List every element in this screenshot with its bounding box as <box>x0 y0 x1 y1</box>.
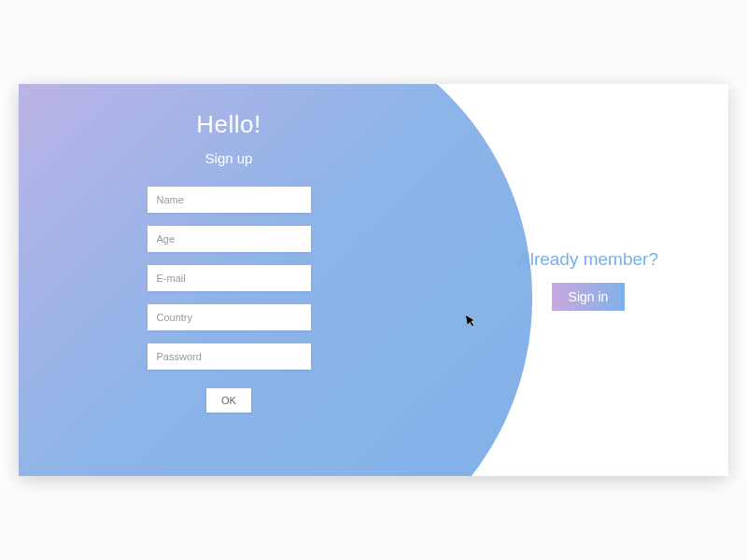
email-field[interactable] <box>148 265 311 291</box>
greeting-title: Hello! <box>196 110 261 139</box>
country-field[interactable] <box>148 304 311 330</box>
signin-panel: Already member? Sign in <box>448 84 728 476</box>
already-member-heading: Already member? <box>518 249 658 270</box>
auth-card: Hello! Sign up OK Already member? Sign i… <box>19 84 728 476</box>
signup-subtitle: Sign up <box>205 150 253 166</box>
signin-button[interactable]: Sign in <box>552 283 626 311</box>
password-field[interactable] <box>148 343 311 370</box>
signup-submit-button[interactable]: OK <box>206 388 251 413</box>
name-field[interactable] <box>148 187 311 213</box>
signup-form: Hello! Sign up OK <box>19 84 439 476</box>
age-field[interactable] <box>148 226 311 252</box>
